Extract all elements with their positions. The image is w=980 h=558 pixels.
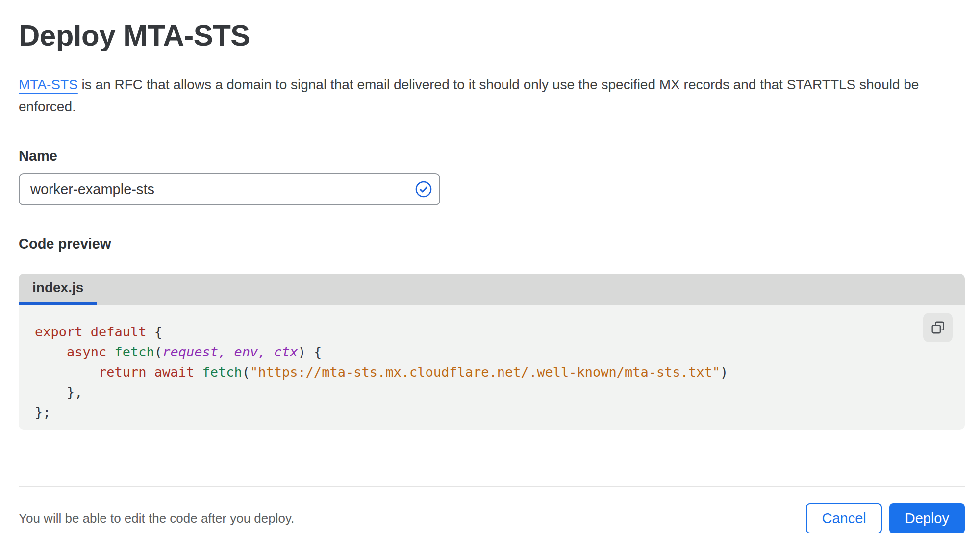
footer-actions: Cancel Deploy <box>806 503 965 533</box>
copy-icon <box>931 321 945 334</box>
footer-note: You will be able to edit the code after … <box>19 511 294 526</box>
code-area: export default { async fetch(request, en… <box>19 305 965 430</box>
tab-index-js[interactable]: index.js <box>19 274 97 305</box>
intro-text: is an RFC that allows a domain to signal… <box>19 77 919 114</box>
mta-sts-link[interactable]: MTA-STS <box>19 77 78 92</box>
footer: You will be able to edit the code after … <box>19 503 965 533</box>
page-title: Deploy MTA-STS <box>19 20 965 52</box>
footer-divider <box>19 486 965 487</box>
deploy-mta-sts-page: Deploy MTA-STS MTA-STS is an RFC that al… <box>0 20 980 533</box>
code-tab-bar: index.js <box>19 274 965 305</box>
intro-paragraph: MTA-STS is an RFC that allows a domain t… <box>19 74 955 118</box>
code-preview-card: index.js export default { async fetch(re… <box>19 274 965 430</box>
name-label: Name <box>19 148 965 164</box>
name-input-wrap <box>19 173 440 205</box>
cancel-button[interactable]: Cancel <box>806 503 881 533</box>
check-circle-icon <box>415 180 432 198</box>
copy-code-button[interactable] <box>923 313 953 342</box>
code-preview-label: Code preview <box>19 236 965 252</box>
deploy-button[interactable]: Deploy <box>889 503 965 533</box>
name-input[interactable] <box>19 173 440 205</box>
code-block: export default { async fetch(request, en… <box>35 322 965 422</box>
